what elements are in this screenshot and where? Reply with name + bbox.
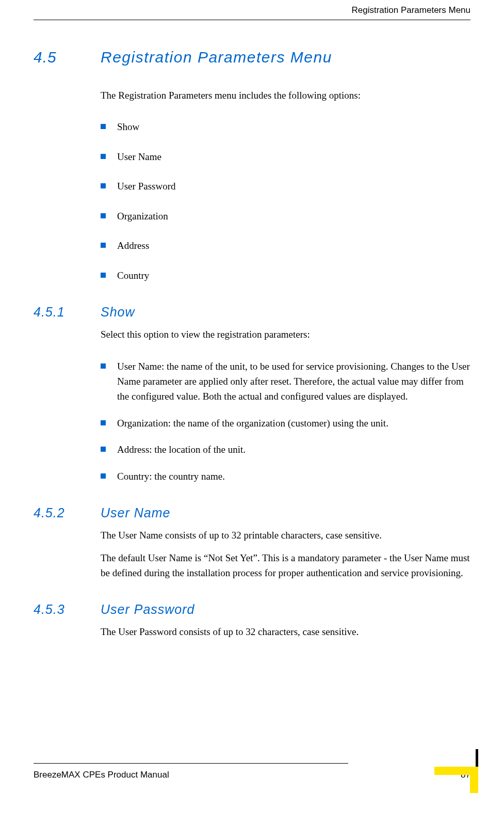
subsection-title: User Name [101, 505, 170, 520]
section-4-5-3: 4.5.3 User Password [34, 602, 470, 617]
page-header: Registration Parameters Menu [34, 0, 470, 20]
page-footer: BreezeMAX CPEs Product Manual 87 [34, 763, 470, 780]
subsection-title: Show [101, 305, 135, 320]
intro-paragraph: The Registration Parameters menu include… [101, 88, 470, 103]
list-item: Address: the location of the unit. [101, 442, 470, 457]
list-item-label: Country [117, 268, 470, 283]
bullet-icon [101, 154, 106, 159]
password-p1: The User Password consists of up to 32 c… [101, 624, 470, 639]
bullet-icon [101, 124, 106, 129]
section-number: 4.5 [34, 49, 101, 66]
list-item-label: User Name [117, 149, 470, 164]
username-p1: The User Name consists of up to 32 print… [101, 528, 470, 543]
list-item: User Name [101, 149, 470, 164]
subsection-title: User Password [101, 602, 195, 617]
list-item: Country [101, 268, 470, 283]
show-list: User Name: the name of the unit, to be u… [101, 359, 470, 484]
list-item-label: Country: the country name. [117, 469, 470, 484]
username-p2: The default User Name is “Not Set Yet”. … [101, 550, 470, 581]
bullet-icon [101, 420, 106, 425]
subsection-number: 4.5.2 [34, 505, 101, 520]
list-item-label: User Name: the name of the unit, to be u… [117, 359, 470, 404]
corner-decoration [434, 757, 478, 793]
bullet-icon [101, 273, 106, 278]
list-item: User Password [101, 179, 470, 194]
subsection-number: 4.5.1 [34, 305, 101, 320]
options-list: Show User Name User Password Organizatio… [101, 119, 470, 283]
subsection-number: 4.5.3 [34, 602, 101, 617]
list-item-label: Organization [117, 209, 470, 224]
list-item: Address [101, 238, 470, 253]
list-item-label: Organization: the name of the organizati… [117, 416, 470, 431]
list-item: Show [101, 119, 470, 134]
list-item: Organization [101, 209, 470, 224]
footer-manual-name: BreezeMAX CPEs Product Manual [34, 770, 169, 780]
footer-rule [34, 763, 348, 764]
section-4-5-1: 4.5.1 Show [34, 305, 470, 320]
section-4-5: 4.5 Registration Parameters Menu [34, 49, 470, 66]
show-intro: Select this option to view the registrat… [101, 327, 470, 342]
list-item: Organization: the name of the organizati… [101, 416, 470, 431]
list-item: Country: the country name. [101, 469, 470, 484]
list-item-label: Address: the location of the unit. [117, 442, 470, 457]
list-item-label: Show [117, 119, 470, 134]
bullet-icon [101, 213, 106, 218]
section-4-5-2: 4.5.2 User Name [34, 505, 470, 520]
list-item: User Name: the name of the unit, to be u… [101, 359, 470, 404]
bullet-icon [101, 243, 106, 248]
section-title: Registration Parameters Menu [101, 49, 332, 66]
list-item-label: Address [117, 238, 470, 253]
bullet-icon [101, 473, 106, 479]
bullet-icon [101, 363, 106, 369]
list-item-label: User Password [117, 179, 470, 194]
bullet-icon [101, 447, 106, 452]
bullet-icon [101, 183, 106, 188]
